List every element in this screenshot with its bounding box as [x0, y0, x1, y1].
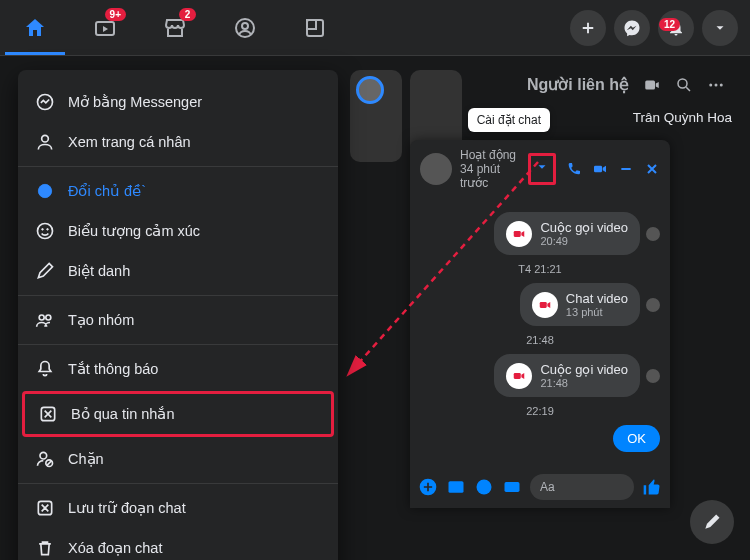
video-chat-bubble[interactable]: Chat video13 phút	[520, 283, 640, 326]
nav-tabs: 9+ 2	[0, 0, 350, 55]
menu-ignore-messages[interactable]: Bỏ qua tin nhắn	[22, 391, 334, 437]
svg-rect-23	[514, 231, 521, 237]
chat-messages: Cuộc gọi video20:49 T4 21:21 Chat video1…	[410, 198, 670, 466]
block-icon	[34, 448, 56, 470]
video-call-bubble[interactable]: Cuộc gọi video20:49	[494, 212, 640, 255]
new-room-icon[interactable]	[643, 76, 661, 94]
options-icon[interactable]	[707, 76, 725, 94]
profile-icon	[34, 131, 56, 153]
watch-badge: 9+	[105, 8, 126, 21]
close-icon[interactable]	[644, 161, 660, 177]
chat-settings-tooltip: Cài đặt chat	[468, 108, 550, 132]
svg-rect-24	[540, 302, 547, 308]
video-icon	[532, 292, 558, 318]
svg-point-11	[42, 135, 49, 142]
chat-header[interactable]: Hoạt động 34 phút trước	[410, 140, 670, 198]
voice-call-icon[interactable]	[566, 161, 582, 177]
menu-delete[interactable]: Xóa đoạn chat	[18, 528, 338, 560]
seen-indicator	[646, 369, 660, 383]
like-icon[interactable]	[642, 477, 662, 497]
timestamp: 22:19	[420, 405, 660, 417]
menu-archive[interactable]: Lưu trữ đoạn chat	[18, 488, 338, 528]
menu-label: Biệt danh	[68, 263, 130, 279]
tab-home[interactable]	[0, 0, 70, 55]
svg-point-14	[42, 229, 44, 231]
pencil-icon	[34, 260, 56, 282]
menu-label: Xem trang cá nhân	[68, 134, 191, 150]
top-navbar: 9+ 2 12	[0, 0, 750, 56]
menu-emoji[interactable]: Biểu tượng cảm xúc	[18, 211, 338, 251]
tab-marketplace[interactable]: 2	[140, 0, 210, 55]
market-badge: 2	[179, 8, 196, 21]
svg-rect-5	[645, 80, 655, 89]
ok-message: OK	[613, 425, 660, 452]
svg-point-7	[709, 83, 712, 86]
menu-nickname[interactable]: Biệt danh	[18, 251, 338, 291]
sticker-icon[interactable]	[474, 477, 494, 497]
plus-icon[interactable]	[418, 477, 438, 497]
menu-label: Biểu tượng cảm xúc	[68, 223, 200, 239]
archive-icon	[34, 497, 56, 519]
svg-point-16	[39, 315, 44, 320]
create-button[interactable]	[570, 10, 606, 46]
menu-mute[interactable]: Tắt thông báo	[18, 349, 338, 389]
menu-open-messenger[interactable]: Mở bằng Messenger	[18, 82, 338, 122]
story-card[interactable]	[350, 70, 402, 162]
minimize-icon[interactable]	[618, 161, 634, 177]
svg-point-15	[47, 229, 49, 231]
svg-point-12	[38, 184, 51, 197]
gif-icon[interactable]	[502, 477, 522, 497]
svg-point-13	[38, 224, 53, 239]
contact-list-item[interactable]: Trân Quỳnh Hoa	[633, 110, 732, 125]
search-icon[interactable]	[675, 76, 693, 94]
svg-point-17	[46, 315, 51, 320]
menu-label: Chặn	[68, 451, 104, 467]
notif-badge: 12	[659, 18, 680, 31]
video-call-bubble[interactable]: Cuộc gọi video21:48	[494, 354, 640, 397]
svg-rect-4	[307, 20, 316, 29]
menu-label: Mở bằng Messenger	[68, 94, 202, 110]
contacts-title: Người liên hệ	[527, 75, 629, 94]
video-icon	[506, 363, 532, 389]
chat-status: Hoạt động 34 phút trước	[460, 148, 520, 190]
svg-rect-27	[449, 481, 464, 493]
chat-settings-chevron[interactable]	[528, 153, 556, 185]
menu-label: Tạo nhóm	[68, 312, 134, 328]
ignore-icon	[37, 403, 59, 425]
notifications-button[interactable]: 12	[658, 10, 694, 46]
tab-groups[interactable]	[210, 0, 280, 55]
menu-label: Đổi chủ đề`	[68, 183, 146, 199]
account-menu-button[interactable]	[702, 10, 738, 46]
timestamp: 21:48	[420, 334, 660, 346]
svg-point-28	[477, 480, 492, 495]
menu-block[interactable]: Chặn	[18, 439, 338, 479]
svg-point-2	[242, 23, 248, 29]
menu-change-theme[interactable]: Đổi chủ đề`	[18, 171, 338, 211]
menu-create-group[interactable]: Tạo nhóm	[18, 300, 338, 340]
seen-indicator	[646, 298, 660, 312]
menu-label: Tắt thông báo	[68, 361, 158, 377]
new-message-button[interactable]	[690, 500, 734, 544]
seen-indicator	[646, 227, 660, 241]
video-icon	[506, 221, 532, 247]
svg-point-8	[715, 83, 718, 86]
messenger-icon	[34, 91, 56, 113]
trash-icon	[34, 537, 56, 559]
chat-composer: Aa	[410, 466, 670, 508]
svg-rect-29	[505, 482, 520, 492]
contacts-header: Người liên hệ	[527, 75, 725, 94]
message-input[interactable]: Aa	[530, 474, 634, 500]
story-avatar	[356, 76, 384, 104]
messenger-button[interactable]	[614, 10, 650, 46]
tab-watch[interactable]: 9+	[70, 0, 140, 55]
tab-gaming[interactable]	[280, 0, 350, 55]
menu-view-profile[interactable]: Xem trang cá nhân	[18, 122, 338, 162]
image-icon[interactable]	[446, 477, 466, 497]
top-right-actions: 12	[570, 10, 738, 46]
svg-point-19	[40, 452, 47, 459]
theme-icon	[34, 180, 56, 202]
bell-icon	[34, 358, 56, 380]
video-call-icon[interactable]	[592, 161, 608, 177]
menu-label: Xóa đoạn chat	[68, 540, 162, 556]
svg-rect-22	[594, 166, 602, 173]
